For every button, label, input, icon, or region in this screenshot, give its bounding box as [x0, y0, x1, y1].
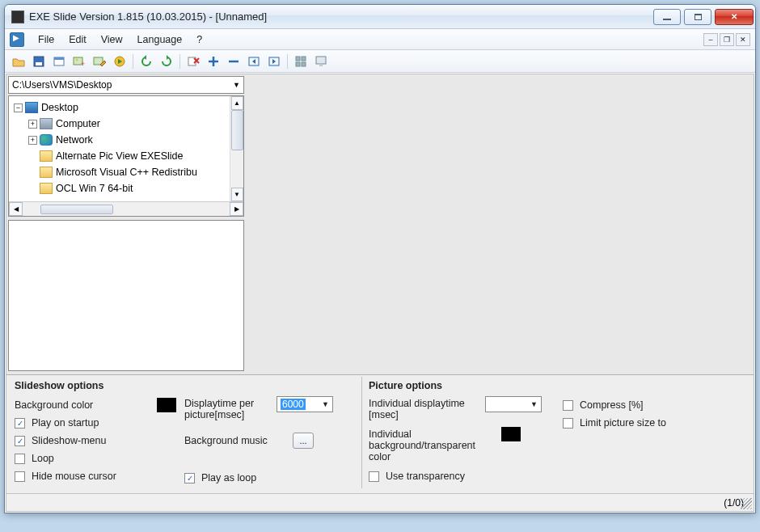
- play-as-loop-checkbox[interactable]: ✓: [184, 473, 195, 483]
- subtract-icon[interactable]: [225, 53, 243, 70]
- scroll-down-icon[interactable]: ▼: [231, 188, 243, 201]
- mdi-restore-button[interactable]: ❐: [720, 33, 734, 46]
- scroll-left-icon[interactable]: ◀: [9, 202, 23, 216]
- chevron-down-icon: ▼: [233, 81, 240, 89]
- play-icon[interactable]: [111, 53, 129, 70]
- slideshow-menu-label: Slideshow-menu: [32, 435, 106, 446]
- tree-node-desktop[interactable]: − Desktop: [11, 99, 242, 116]
- picture-edit-icon[interactable]: [91, 53, 108, 70]
- play-as-loop-label: Play as loop: [201, 472, 256, 483]
- mdi-app-icon[interactable]: [10, 32, 24, 47]
- save-icon[interactable]: [30, 53, 48, 70]
- right-icon[interactable]: [265, 53, 283, 70]
- tree-node-network[interactable]: + Network: [11, 132, 242, 148]
- status-bar: (1/0): [6, 493, 754, 511]
- toolbar-separator: [133, 54, 133, 69]
- tree-label: Microsoft Visual C++ Redistribu: [56, 167, 197, 178]
- svg-rect-12: [296, 57, 300, 61]
- options-panel: Slideshow options Background color ✓ Pla…: [6, 374, 754, 493]
- hide-cursor-label: Hide mouse cursor: [32, 471, 116, 482]
- maximize-button[interactable]: [684, 9, 711, 25]
- window-icon[interactable]: [50, 53, 68, 70]
- tree-vscrollbar[interactable]: ▲ ▼: [230, 96, 243, 201]
- picture-title: Picture options: [369, 380, 555, 391]
- chevron-down-icon: ▼: [322, 400, 329, 408]
- folder-tree: ▲ ▼ − Desktop +: [8, 95, 244, 217]
- svg-rect-15: [302, 62, 306, 66]
- rotate-right-icon[interactable]: [158, 53, 175, 70]
- loop-checkbox[interactable]: [15, 454, 25, 464]
- loop-label: Loop: [32, 453, 54, 464]
- ind-display-combo[interactable]: ▼: [485, 396, 542, 412]
- tree-node-folder[interactable]: Alternate Pic View EXESlide: [11, 148, 242, 164]
- svg-point-5: [76, 58, 78, 61]
- mdi-close-button[interactable]: ✕: [736, 33, 750, 46]
- app-icon: [11, 11, 24, 23]
- svg-rect-13: [302, 57, 306, 61]
- picture-add-icon[interactable]: +: [70, 53, 88, 70]
- svg-rect-16: [316, 57, 326, 64]
- limit-size-label: Limit picture size to: [580, 417, 666, 429]
- close-button[interactable]: ✕: [715, 9, 754, 25]
- use-transparency-checkbox[interactable]: [369, 471, 379, 482]
- tree-label: Computer: [56, 118, 100, 129]
- scroll-thumb[interactable]: [40, 205, 113, 214]
- tree-node-folder[interactable]: Microsoft Visual C++ Redistribu: [11, 164, 242, 180]
- bgmusic-browse-button[interactable]: ...: [293, 433, 314, 449]
- svg-text:+: +: [81, 60, 85, 68]
- screen-icon[interactable]: [312, 53, 330, 70]
- scroll-right-icon[interactable]: ▶: [230, 202, 243, 216]
- rotate-left-icon[interactable]: [137, 53, 155, 70]
- slideshow-menu-checkbox[interactable]: ✓: [15, 436, 25, 446]
- open-icon[interactable]: [10, 53, 27, 70]
- add-icon[interactable]: [205, 53, 222, 70]
- svg-rect-1: [36, 62, 42, 65]
- expand-icon[interactable]: +: [28, 136, 37, 145]
- menu-edit[interactable]: Edit: [61, 32, 94, 48]
- displaytime-combo[interactable]: 6000 ▼: [277, 396, 333, 412]
- play-startup-checkbox[interactable]: ✓: [15, 418, 25, 429]
- scroll-up-icon[interactable]: ▲: [231, 96, 243, 110]
- play-startup-label: Play on startup: [32, 417, 99, 429]
- menubar: File Edit View Language ? – ❐ ✕: [5, 29, 755, 50]
- computer-icon: [40, 118, 53, 129]
- limit-size-checkbox[interactable]: [563, 418, 573, 429]
- tree-view[interactable]: ▲ ▼ − Desktop +: [9, 96, 243, 201]
- remove-icon[interactable]: [184, 53, 202, 70]
- toolbar-separator: [179, 54, 180, 69]
- folder-icon: [40, 150, 53, 162]
- collapse-icon[interactable]: −: [14, 103, 23, 112]
- menu-language[interactable]: Language: [130, 32, 190, 48]
- tree-node-folder[interactable]: OCL Win 7 64-bit: [11, 180, 242, 196]
- titlebar[interactable]: EXE Slide Version 1.815 (10.03.2015) - […: [5, 5, 755, 29]
- compress-checkbox[interactable]: [563, 400, 573, 411]
- window-title: EXE Slide Version 1.815 (10.03.2015) - […: [29, 11, 650, 23]
- ind-bg-swatch[interactable]: [501, 427, 521, 441]
- grid-icon[interactable]: [292, 53, 310, 70]
- menu-file[interactable]: File: [31, 32, 61, 48]
- folder-icon: [40, 167, 53, 178]
- minimize-button[interactable]: [653, 9, 681, 25]
- resize-grip[interactable]: [741, 498, 752, 509]
- left-icon[interactable]: [245, 53, 263, 70]
- hide-cursor-checkbox[interactable]: [15, 471, 25, 482]
- svg-rect-14: [296, 62, 300, 66]
- path-combo[interactable]: C:\Users\VMS\Desktop ▼: [8, 76, 244, 94]
- tree-node-computer[interactable]: + Computer: [11, 116, 242, 132]
- tree-hscrollbar[interactable]: ◀ ▶: [9, 201, 243, 216]
- mdi-minimize-button[interactable]: –: [703, 33, 718, 46]
- chevron-down-icon: ▼: [530, 400, 538, 408]
- scroll-thumb[interactable]: [231, 110, 243, 150]
- compress-label: Compress [%]: [580, 399, 644, 411]
- bg-color-swatch[interactable]: [157, 398, 176, 412]
- bg-color-label: Background color: [15, 398, 93, 412]
- expand-icon[interactable]: +: [28, 120, 37, 129]
- app-window: EXE Slide Version 1.815 (10.03.2015) - […: [4, 4, 756, 513]
- menu-help[interactable]: ?: [189, 32, 209, 48]
- displaytime-value: 6000: [281, 399, 306, 410]
- menu-view[interactable]: View: [94, 32, 130, 48]
- ind-display-label: Individual displaytime [msec]: [369, 396, 482, 422]
- svg-rect-3: [54, 57, 64, 60]
- desktop-icon: [25, 102, 38, 113]
- file-list[interactable]: [8, 220, 244, 371]
